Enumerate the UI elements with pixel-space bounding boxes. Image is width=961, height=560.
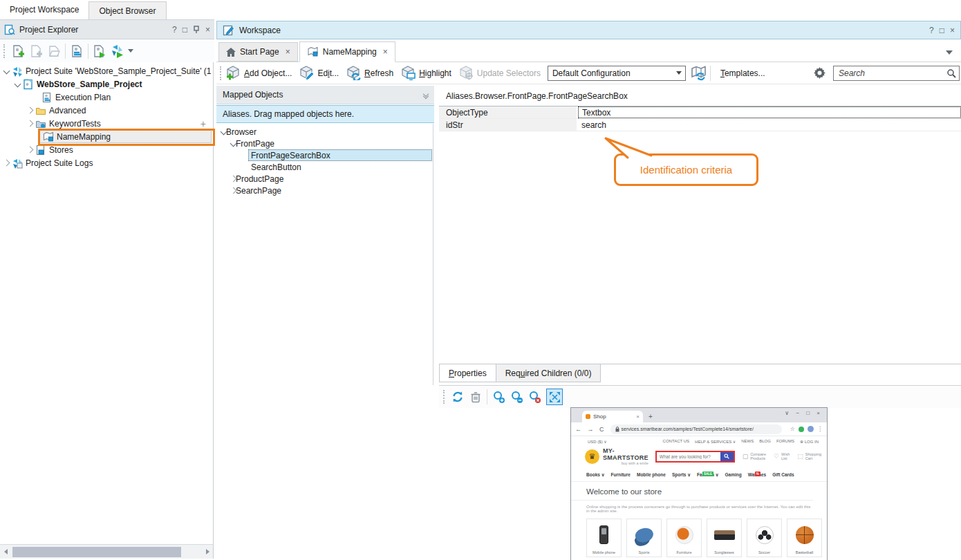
close-tab-icon[interactable]: × [383, 47, 388, 57]
combo-dropdown-icon[interactable] [673, 66, 685, 80]
tab-properties[interactable]: Properties [439, 364, 496, 382]
mapped-item-search-button[interactable]: SearchButton [216, 161, 433, 173]
nav-furniture: Furniture [610, 472, 631, 478]
bag-icon: ⬚ [797, 454, 803, 458]
help-icon[interactable]: ? [929, 26, 934, 35]
refresh-button[interactable]: Refresh [346, 66, 393, 80]
mapped-item-label: SearchButton [251, 162, 301, 172]
close-icon[interactable]: × [950, 26, 955, 35]
tab-list-dropdown-icon[interactable] [946, 50, 953, 55]
tree-item-project-suite-logs[interactable]: Project Suite Logs [0, 156, 213, 169]
toolbar-separator [65, 44, 66, 59]
new-item-icon-disabled[interactable] [27, 42, 45, 60]
property-value[interactable]: search [578, 119, 961, 131]
zoom-reset-icon[interactable] [525, 388, 543, 406]
toolbar-separator [487, 389, 487, 404]
collapse-panel-icon[interactable] [424, 92, 428, 98]
settings-gear-icon[interactable] [814, 67, 825, 79]
store-logo-icon: ♛ [585, 449, 599, 464]
aliases-drop-area[interactable]: Aliases. Drag mapped objects here. [216, 105, 434, 123]
toolbar-grip[interactable] [220, 66, 222, 80]
run-dropdown-caret-icon[interactable] [128, 49, 133, 53]
mapped-item-browser[interactable]: Browser [216, 126, 433, 138]
tab-start-page[interactable]: Start Page × [218, 42, 298, 62]
store-search-button [720, 452, 734, 461]
horizontal-scrollbar[interactable] [0, 544, 214, 559]
tab-name-mapping[interactable]: NameMapping × [299, 41, 395, 62]
tree-item-label: Project Suite 'WebStore_Sample_Project_S… [26, 66, 214, 76]
mapped-object-screenshot[interactable]: Shop × + ∨ − □ × ← → C services.smartbea… [570, 407, 828, 560]
property-value[interactable]: Textbox [578, 106, 961, 118]
tree-item-stores[interactable]: Stores [0, 143, 213, 156]
refresh-preview-icon[interactable] [449, 388, 467, 406]
wish-list-link: ♡ Wish List [774, 452, 790, 460]
tab-project-workspace[interactable]: Project Workspace [0, 0, 88, 19]
chevron-right-icon[interactable] [3, 160, 10, 167]
tab-object-browser[interactable]: Object Browser [88, 1, 166, 19]
scroll-right-icon[interactable] [202, 545, 213, 559]
mapped-item-label: SearchPage [236, 186, 281, 196]
tree-item-execution-plan[interactable]: Execution Plan [0, 91, 213, 104]
zoom-in-icon[interactable] [489, 388, 507, 406]
close-tab-icon[interactable]: × [286, 47, 290, 57]
close-icon[interactable]: × [205, 25, 210, 35]
highlight-button[interactable]: Highlight [400, 66, 451, 80]
chevron-right-icon[interactable] [27, 147, 34, 153]
update-selectors-button[interactable]: Update Selectors [458, 66, 541, 80]
mapped-item-search-page[interactable]: SearchPage [216, 185, 433, 196]
run-project-suite-icon[interactable] [109, 42, 127, 60]
search-input[interactable] [839, 68, 946, 78]
zoom-out-icon[interactable] [507, 388, 525, 406]
workspace-header: Workspace ? □ × [216, 21, 961, 39]
add-object-button[interactable]: Add Object... [225, 66, 292, 80]
search-box[interactable] [833, 66, 960, 81]
tree-item-keyword-tests[interactable]: KeywordTests + [0, 117, 213, 130]
delete-icon[interactable] [467, 388, 485, 406]
nav-watches: %Watches [748, 472, 767, 478]
close-tab-icon: × [636, 413, 640, 420]
mapped-item-front-page-search-box[interactable]: FrontPageSearchBox [216, 149, 433, 161]
scrollbar-thumb[interactable] [12, 547, 181, 557]
pin-icon[interactable] [193, 26, 200, 34]
object-path-label: Aliases.Browser.FrontPage.FrontPageSearc… [439, 86, 961, 106]
percent-badge: % [755, 472, 761, 476]
property-row[interactable]: idStr search [439, 119, 961, 131]
add-keyword-test-button[interactable]: + [200, 118, 206, 129]
mapped-item-product-page[interactable]: ProductPage [216, 173, 433, 185]
mapped-item-front-page[interactable]: FrontPage [216, 138, 433, 149]
help-icon[interactable]: ? [172, 25, 177, 35]
configuration-select[interactable]: Default Configuration [548, 66, 686, 81]
add-new-item-icon[interactable] [9, 42, 27, 60]
sale-badge: SALE [702, 472, 713, 476]
open-item-icon-disabled[interactable] [45, 42, 63, 60]
run-project-icon[interactable] [91, 42, 109, 60]
scroll-left-icon[interactable] [0, 545, 11, 559]
tree-item-project-suite[interactable]: Project Suite 'WebStore_Sample_Project_S… [0, 64, 213, 77]
tab-required-children[interactable]: Required Children (0/0) [496, 364, 601, 382]
templates-button[interactable]: Templates... [717, 68, 765, 78]
tree-item-label: Stores [49, 145, 73, 155]
chevron-down-icon[interactable] [3, 68, 10, 75]
map-refresh-icon[interactable] [690, 64, 708, 82]
toolbar-grip[interactable] [3, 44, 6, 58]
tree-item-advanced[interactable]: Advanced [0, 104, 213, 117]
execution-plan-icon [41, 92, 53, 103]
maximize-icon[interactable]: □ [183, 25, 187, 35]
tree-item-project[interactable]: WebStore_Sample_Project [0, 77, 213, 91]
maximize-icon[interactable]: □ [940, 26, 944, 35]
name-mapping-toolbar: Add Object... Edit... Refresh Highlight … [216, 62, 961, 84]
chevron-right-icon[interactable] [27, 107, 34, 114]
tree-item-name-mapping[interactable]: NameMapping [0, 130, 213, 143]
extension-icon [799, 427, 804, 432]
mapped-objects-header: Mapped Objects [216, 86, 434, 104]
chevron-right-icon[interactable] [27, 120, 34, 127]
sports-image [633, 525, 655, 544]
chevron-down-icon[interactable] [15, 81, 21, 88]
toolbar-grip[interactable] [443, 390, 445, 404]
property-row[interactable]: ObjectType Textbox [439, 106, 961, 119]
fit-to-screen-icon[interactable] [546, 389, 563, 405]
heart-icon: ♡ [774, 454, 779, 458]
update-selectors-icon [458, 66, 474, 80]
execution-plan-icon[interactable] [68, 42, 86, 60]
edit-button[interactable]: Edit... [299, 66, 339, 80]
